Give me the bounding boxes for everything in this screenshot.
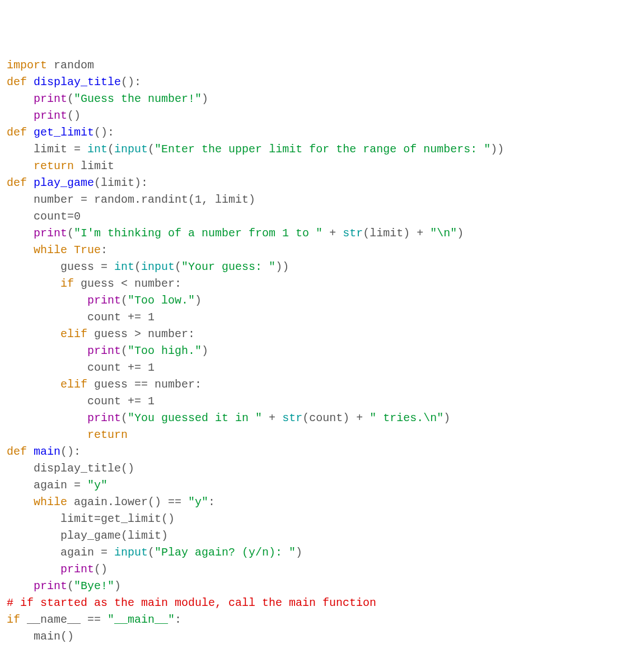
code-token: number = random.randint(1, limit) bbox=[7, 193, 255, 206]
code-token: : bbox=[101, 244, 107, 256]
code-token: : bbox=[208, 496, 215, 508]
code-token: guess > number: bbox=[87, 328, 195, 340]
code-token: ) bbox=[457, 227, 464, 240]
code-token: "Too low." bbox=[128, 294, 195, 307]
code-token: count=0 bbox=[7, 210, 81, 223]
code-token: print bbox=[87, 344, 121, 357]
code-token bbox=[7, 428, 87, 441]
code-line: return limit bbox=[7, 158, 629, 175]
code-token: ( bbox=[148, 546, 155, 559]
code-token bbox=[27, 76, 34, 88]
code-line: again = input("Play again? (y/n): ") bbox=[7, 544, 629, 561]
code-line: print("Too high.") bbox=[7, 343, 629, 360]
code-token: guess = bbox=[7, 260, 114, 273]
code-token: return bbox=[87, 428, 128, 441]
code-line: while again.lower() == "y": bbox=[7, 494, 629, 511]
code-line: if guess < number: bbox=[7, 276, 629, 292]
code-token bbox=[7, 227, 34, 240]
code-token: count += 1 bbox=[7, 361, 155, 374]
code-line: count += 1 bbox=[7, 360, 629, 376]
code-token bbox=[67, 244, 74, 256]
code-line: play_game(limit) bbox=[7, 528, 629, 544]
code-token: def bbox=[7, 126, 27, 139]
code-line: # if started as the main module, call th… bbox=[7, 595, 629, 612]
code-token bbox=[27, 176, 34, 189]
code-token: ( bbox=[67, 580, 74, 592]
code-token: ( bbox=[67, 92, 74, 105]
code-line: def play_game(limit): bbox=[7, 175, 629, 192]
code-token: ( bbox=[67, 227, 74, 240]
code-line: print() bbox=[7, 561, 629, 578]
code-token bbox=[7, 496, 34, 508]
code-line: if __name__ == "__main__": bbox=[7, 612, 629, 628]
code-token: again = bbox=[7, 479, 87, 492]
code-token: import bbox=[7, 59, 47, 72]
code-token: print bbox=[34, 580, 67, 592]
code-token: def bbox=[7, 445, 27, 458]
code-token: main() bbox=[7, 630, 74, 643]
code-token: limit = bbox=[7, 143, 87, 156]
code-token: play_game bbox=[34, 176, 94, 189]
code-token: (count) + bbox=[302, 412, 370, 424]
code-token: (): bbox=[94, 126, 114, 139]
code-token: return bbox=[34, 160, 74, 172]
code-line: return bbox=[7, 427, 629, 444]
code-token: while bbox=[34, 244, 67, 256]
code-token: ( bbox=[107, 143, 114, 156]
code-token: ( bbox=[175, 260, 181, 273]
code-token: elif bbox=[60, 378, 87, 391]
code-token: def bbox=[7, 176, 27, 189]
code-line: def get_limit(): bbox=[7, 124, 629, 141]
code-token: "Enter the upper limit for the range of … bbox=[155, 143, 490, 156]
code-token: (): bbox=[121, 76, 141, 88]
code-token: "y" bbox=[87, 479, 107, 492]
code-token: True bbox=[74, 244, 101, 256]
code-token: print bbox=[34, 227, 67, 240]
code-token: # if started as the main module, call th… bbox=[7, 596, 376, 609]
code-token: ) bbox=[202, 92, 208, 105]
code-line: count += 1 bbox=[7, 393, 629, 410]
code-token bbox=[7, 92, 34, 105]
code-line: limit = int(input("Enter the upper limit… bbox=[7, 141, 629, 158]
code-token: () bbox=[94, 563, 107, 576]
code-token: print bbox=[34, 109, 67, 122]
code-token bbox=[7, 344, 87, 357]
code-token: int bbox=[114, 260, 134, 273]
code-token: input bbox=[114, 546, 148, 559]
code-token bbox=[7, 244, 34, 256]
code-token: "I'm thinking of a number from 1 to " bbox=[74, 227, 322, 240]
code-token bbox=[7, 412, 87, 424]
code-token: display_title bbox=[34, 76, 121, 88]
code-token: guess == number: bbox=[87, 378, 202, 391]
code-line: import random bbox=[7, 57, 629, 74]
code-token: "You guessed it in " bbox=[128, 412, 262, 424]
code-token: (limit): bbox=[94, 176, 148, 189]
code-token bbox=[7, 109, 34, 122]
code-token: ) bbox=[443, 412, 450, 424]
code-token: get_limit bbox=[34, 126, 94, 139]
code-line: count=0 bbox=[7, 208, 629, 225]
code-token: while bbox=[34, 496, 67, 508]
code-token: "Bye!" bbox=[74, 580, 114, 592]
code-token: "__main__" bbox=[107, 613, 175, 626]
code-token: count += 1 bbox=[7, 311, 155, 324]
code-token: if bbox=[7, 613, 20, 626]
code-token bbox=[7, 378, 60, 391]
code-line: limit=get_limit() bbox=[7, 511, 629, 528]
code-token: print bbox=[34, 92, 67, 105]
code-token bbox=[7, 580, 34, 592]
code-token: input bbox=[141, 260, 175, 273]
code-line: while True: bbox=[7, 242, 629, 259]
code-token bbox=[7, 328, 60, 340]
code-token: again.lower() == bbox=[67, 496, 188, 508]
code-token: print bbox=[87, 294, 121, 307]
code-token: "Play again? (y/n): " bbox=[155, 546, 296, 559]
code-token: limit bbox=[74, 160, 114, 172]
code-token: count += 1 bbox=[7, 395, 155, 408]
code-line: number = random.randint(1, limit) bbox=[7, 192, 629, 208]
code-token bbox=[7, 563, 60, 576]
code-line: print("Bye!") bbox=[7, 578, 629, 595]
code-line: again = "y" bbox=[7, 477, 629, 494]
code-line: print("You guessed it in " + str(count) … bbox=[7, 410, 629, 427]
code-token: )) bbox=[490, 143, 504, 156]
